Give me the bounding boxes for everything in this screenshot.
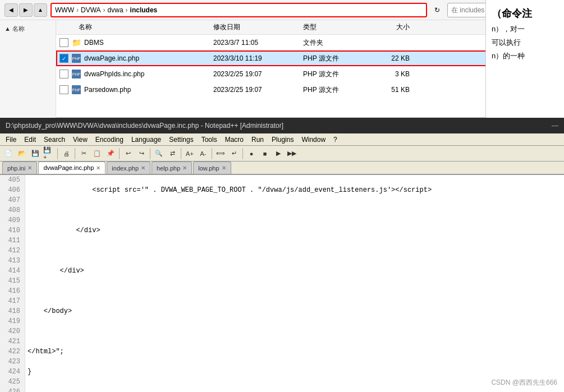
menu-search[interactable]: Search	[40, 135, 68, 145]
address-sep1: ›	[76, 6, 79, 14]
zoom-out-btn[interactable]: A-	[197, 147, 209, 160]
notepad-editor: D:\phpstudy_pro\WWW\DVWA\dvwa\includes\d…	[0, 118, 564, 392]
tab-close-icon[interactable]: ✕	[182, 165, 187, 171]
file-size: 22 KB	[370, 54, 415, 62]
toolbar-sep5	[181, 148, 181, 159]
save-btn[interactable]: 💾	[29, 147, 42, 160]
save-all-btn[interactable]: 💾+	[43, 147, 55, 160]
redo-btn[interactable]: ↪	[135, 147, 148, 160]
menu-macro[interactable]: Macro	[222, 135, 247, 145]
new-btn[interactable]: 📄	[2, 147, 15, 160]
sync-scroll-btn[interactable]: ⟺	[214, 147, 227, 160]
menu-language[interactable]: Language	[128, 135, 164, 145]
editor-content: 405 406 407 408 409 410 411 412 413 414 …	[0, 175, 564, 392]
menu-help[interactable]: ?	[330, 135, 341, 145]
right-panel: （命令注 n），对一可以执行n）的一种	[485, 0, 564, 118]
editor-title: D:\phpstudy_pro\WWW\DVWA\dvwa\includes\d…	[6, 122, 283, 130]
toolbar-sep3	[119, 148, 120, 159]
file-name: dvwaPage.inc.php	[84, 54, 139, 62]
col-header-type: 类型	[303, 22, 370, 32]
macro-stop-btn[interactable]: ■	[259, 147, 271, 160]
file-checkbox[interactable]	[59, 70, 68, 79]
tab-low[interactable]: low.php ✕	[193, 162, 231, 174]
refresh-button[interactable]: ↻	[430, 3, 444, 17]
file-date: 2023/3/7 11:05	[213, 39, 303, 47]
editor-titlebar: D:\phpstudy_pro\WWW\DVWA\dvwa\includes\d…	[0, 118, 564, 133]
col-header-size: 大小	[370, 22, 415, 32]
macro-rec-btn[interactable]: ●	[245, 147, 258, 160]
left-nav-item[interactable]: ▲ 名称	[0, 22, 56, 35]
copy-btn[interactable]: 📋	[91, 147, 103, 160]
file-name-col: ✓ PHP dvwaPage.inc.php	[56, 54, 213, 63]
php-file-icon: PHP	[72, 54, 81, 63]
tab-label: php.ini	[7, 165, 25, 172]
editor-menubar: File Edit Search View Encoding Language …	[0, 133, 564, 146]
address-dvwa1: DVWA	[81, 6, 101, 14]
run-btn[interactable]: ▶▶	[286, 147, 298, 160]
back-button[interactable]: ◀	[4, 3, 18, 17]
toolbar-sep2	[75, 148, 75, 159]
menu-window[interactable]: Window	[298, 135, 329, 145]
nav-buttons: ◀ ▶ ▲	[4, 3, 47, 17]
tab-dvwapage[interactable]: dvwaPage.inc.php ✕	[38, 162, 106, 174]
menu-encoding[interactable]: Encoding	[92, 135, 127, 145]
open-btn[interactable]: 📂	[16, 147, 28, 160]
address-bar[interactable]: WWW › DVWA › dvwa › includes	[51, 3, 427, 17]
menu-run[interactable]: Run	[248, 135, 267, 145]
file-date: 2023/2/25 19:07	[213, 86, 303, 94]
explorer-toolbar: ◀ ▶ ▲ WWW › DVWA › dvwa › includes ↻ 🔍	[0, 0, 564, 20]
print-btn[interactable]: 🖨	[60, 147, 72, 160]
code-line: <script src='" . DVWA_WEB_PAGE_TO_ROOT .…	[27, 185, 562, 195]
file-explorer: ◀ ▶ ▲ WWW › DVWA › dvwa › includes ↻ 🔍 ▲…	[0, 0, 564, 118]
tab-close-icon[interactable]: ✕	[141, 165, 145, 171]
menu-edit[interactable]: Edit	[21, 135, 39, 145]
menu-view[interactable]: View	[70, 135, 91, 145]
wrap-btn[interactable]: ↵	[228, 147, 240, 160]
code-content[interactable]: <script src='" . DVWA_WEB_PAGE_TO_ROOT .…	[25, 175, 564, 392]
find-btn[interactable]: 🔍	[153, 147, 165, 160]
tab-label: low.php	[198, 165, 219, 172]
paste-btn[interactable]: 📌	[104, 147, 117, 160]
code-line	[27, 286, 562, 296]
zoom-in-btn[interactable]: A+	[184, 147, 196, 160]
macro-play-btn[interactable]: ▶	[272, 147, 285, 160]
folder-icon: 📁	[72, 38, 81, 47]
address-sep3: ›	[126, 6, 128, 14]
menu-tools[interactable]: Tools	[198, 135, 221, 145]
watermark: CSDN @西西先生666	[491, 378, 557, 388]
file-type: PHP 源文件	[303, 85, 370, 95]
file-size: 51 KB	[370, 86, 415, 94]
cut-btn[interactable]: ✂	[77, 147, 90, 160]
code-line: }	[27, 367, 562, 377]
file-size: 3 KB	[370, 70, 415, 78]
file-checkbox[interactable]: ✓	[59, 54, 68, 63]
tab-close-icon[interactable]: ✕	[27, 165, 32, 171]
php-file-icon: PHP	[72, 85, 81, 94]
replace-btn[interactable]: ⇄	[166, 147, 178, 160]
file-type: 文件夹	[303, 38, 370, 48]
menu-plugins[interactable]: Plugins	[268, 135, 297, 145]
file-checkbox[interactable]	[59, 38, 68, 47]
menu-settings[interactable]: Settings	[166, 135, 196, 145]
undo-btn[interactable]: ↩	[122, 147, 134, 160]
tab-close-icon[interactable]: ✕	[222, 165, 226, 171]
tab-phpini[interactable]: php.ini ✕	[2, 162, 37, 174]
left-nav: ▲ 名称	[0, 20, 56, 118]
main-content: ▲ 名称 名称 修改日期 类型 大小 📁 DBMS 2023/3/7	[0, 20, 564, 118]
file-name-col: PHP Parsedown.php	[56, 85, 213, 94]
tab-label: help.php	[157, 165, 180, 172]
menu-file[interactable]: File	[2, 135, 20, 145]
code-line	[27, 387, 562, 392]
line-numbers: 405 406 407 408 409 410 411 412 413 414 …	[0, 175, 25, 392]
address-sep2: ›	[103, 6, 106, 14]
minimize-button[interactable]: —	[552, 122, 558, 130]
tab-close-icon[interactable]: ✕	[96, 165, 100, 171]
tab-index[interactable]: index.php ✕	[107, 162, 150, 174]
forward-button[interactable]: ▶	[19, 3, 33, 17]
editor-toolbar: 📄 📂 💾 💾+ 🖨 ✂ 📋 📌 ↩ ↪ 🔍 ⇄ A+ A- ⟺ ↵ ● ■ ▶…	[0, 146, 564, 162]
file-checkbox[interactable]	[59, 85, 68, 94]
toolbar-sep6	[212, 148, 212, 159]
editor-tabs: php.ini ✕ dvwaPage.inc.php ✕ index.php ✕…	[0, 162, 564, 175]
tab-help[interactable]: help.php ✕	[152, 162, 192, 174]
up-button[interactable]: ▲	[34, 3, 47, 17]
